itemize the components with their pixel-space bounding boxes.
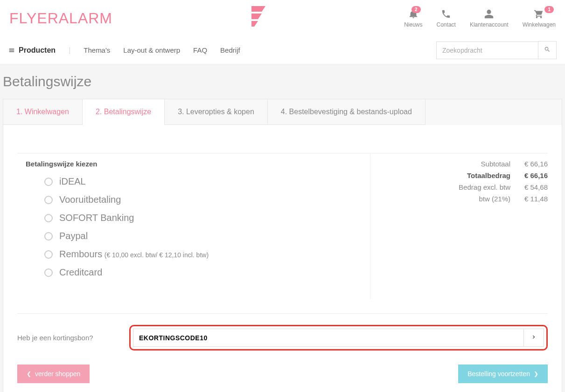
- main-nav: Producten | Thema's Lay-out & ontwerp FA…: [0, 36, 565, 64]
- tab-delivery[interactable]: 3. Leveropties & kopen: [165, 99, 268, 125]
- checkout-tabs: 1. Winkelwagen 2. Betalingswijze 3. Leve…: [3, 99, 562, 125]
- next-button[interactable]: Bestelling voortzetten ❯: [458, 364, 548, 383]
- totals-excl-btw: Bedrag excl. btw € 54,68: [379, 183, 548, 191]
- coupon-submit-button[interactable]: [523, 329, 544, 347]
- payment-option-ideal[interactable]: iDEAL: [44, 176, 362, 187]
- header-actions: 2 Nieuws Contact Klantenaccount 1 Winkel…: [404, 9, 556, 28]
- payment-option-paypal[interactable]: Paypal: [44, 231, 362, 241]
- radio-icon[interactable]: [44, 250, 53, 259]
- nav-divider: |: [69, 46, 70, 55]
- cart-badge: 1: [544, 6, 554, 13]
- radio-icon[interactable]: [44, 268, 53, 277]
- payment-option-creditcard[interactable]: Creditcard: [44, 267, 362, 278]
- payment-option-vooruitbetaling[interactable]: Vooruitbetaling: [44, 194, 362, 205]
- chevron-right-icon: ❯: [534, 371, 538, 377]
- nav-left: Producten | Thema's Lay-out & ontwerp FA…: [8, 46, 240, 55]
- cart-label: Winkelwagen: [523, 21, 556, 28]
- chevron-left-icon: ❮: [27, 371, 31, 377]
- search-input[interactable]: [436, 41, 538, 59]
- page: Betalingswijze 1. Winkelwagen 2. Betalin…: [0, 64, 565, 392]
- payment-col: Betalingswijze kiezen iDEAL Vooruitbetal…: [17, 153, 370, 299]
- totals-subtotal: Subtotaal € 66,16: [379, 160, 548, 168]
- totals-total: Totaalbedrag € 66,16: [379, 172, 548, 179]
- totals-col: Subtotaal € 66,16 Totaalbedrag € 66,16 B…: [370, 153, 548, 299]
- coupon-row: Heb je een kortingsbon?: [17, 325, 548, 351]
- nieuws-button[interactable]: 2 Nieuws: [404, 9, 422, 28]
- brand-mark-icon: [251, 6, 265, 30]
- account-label: Klantenaccount: [470, 21, 509, 28]
- back-button[interactable]: ❮ verder shoppen: [17, 364, 90, 383]
- search-button[interactable]: [538, 41, 557, 59]
- page-title: Betalingswijze: [0, 74, 565, 99]
- nav-item-layout[interactable]: Lay-out & ontwerp: [123, 46, 180, 54]
- coupon-highlight: [129, 325, 548, 351]
- cart-button[interactable]: 1 Winkelwagen: [523, 9, 556, 28]
- checkout-card: 1. Winkelwagen 2. Betalingswijze 3. Leve…: [3, 99, 562, 392]
- divider: [17, 313, 548, 314]
- chevron-right-icon: [530, 334, 537, 340]
- radio-icon[interactable]: [44, 178, 53, 186]
- action-row: ❮ verder shoppen Bestelling voortzetten …: [17, 364, 548, 383]
- user-icon: [484, 9, 494, 19]
- nieuws-label: Nieuws: [404, 21, 422, 28]
- radio-icon[interactable]: [44, 232, 53, 241]
- tab-confirmation[interactable]: 4. Bestelbevestiging & bestands-upload: [268, 99, 425, 125]
- two-col: Betalingswijze kiezen iDEAL Vooruitbetal…: [17, 153, 548, 299]
- tab-payment[interactable]: 2. Betalingswijze: [83, 99, 165, 125]
- nav-item-faq[interactable]: FAQ: [193, 46, 207, 54]
- search-icon: [544, 46, 551, 53]
- payment-option-rembours[interactable]: Rembours (€ 10,00 excl. btw/ € 12,10 inc…: [44, 249, 362, 260]
- account-button[interactable]: Klantenaccount: [470, 9, 509, 28]
- search-wrap: [436, 41, 557, 59]
- radio-icon[interactable]: [44, 196, 53, 204]
- nieuws-badge: 2: [412, 6, 421, 13]
- contact-label: Contact: [437, 21, 456, 28]
- tab-content: Betalingswijze kiezen iDEAL Vooruitbetal…: [3, 125, 562, 392]
- nav-item-bedrijf[interactable]: Bedrijf: [220, 46, 240, 54]
- tab-cart[interactable]: 1. Winkelwagen: [3, 99, 83, 125]
- payment-option-sofort[interactable]: SOFORT Banking: [44, 213, 362, 223]
- cart-icon: [534, 9, 544, 19]
- header: FLYERALARM 2 Nieuws Contact Klantenaccou…: [0, 0, 565, 36]
- brand-logo[interactable]: FLYERALARM: [9, 10, 112, 27]
- nav-products[interactable]: Producten: [8, 46, 56, 55]
- nav-item-themes[interactable]: Thema's: [84, 46, 110, 54]
- phone-icon: [441, 9, 451, 19]
- totals-btw: btw (21%) € 11,48: [379, 195, 548, 203]
- hamburger-icon: [8, 47, 15, 54]
- coupon-label: Heb je een kortingsbon?: [17, 334, 101, 342]
- payment-section-title: Betalingswijze kiezen: [26, 160, 362, 168]
- radio-icon[interactable]: [44, 214, 53, 222]
- coupon-input[interactable]: [133, 329, 523, 347]
- contact-button[interactable]: Contact: [437, 9, 456, 28]
